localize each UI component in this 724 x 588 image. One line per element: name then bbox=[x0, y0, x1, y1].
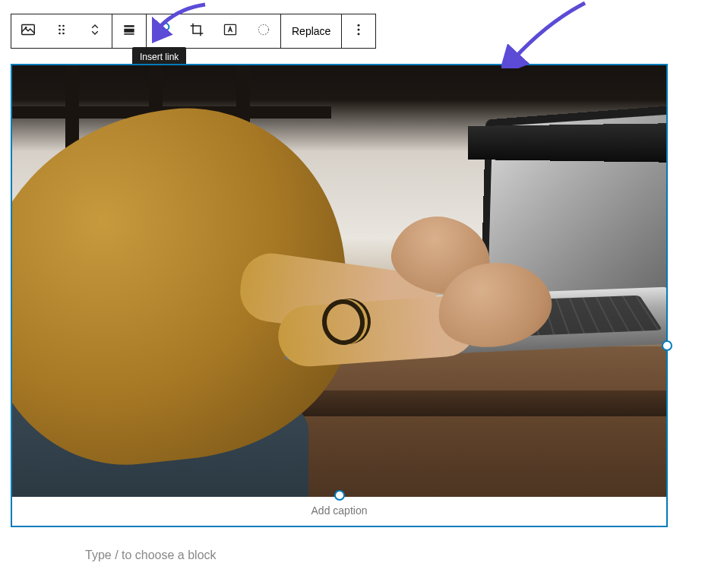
toolbar-group-align bbox=[112, 14, 147, 48]
svg-point-2 bbox=[58, 25, 61, 27]
resize-handle-bottom[interactable] bbox=[334, 490, 345, 501]
more-options-icon bbox=[351, 22, 366, 40]
move-updown-button[interactable] bbox=[78, 14, 112, 48]
svg-point-13 bbox=[358, 24, 360, 27]
image-block[interactable]: Add caption bbox=[11, 64, 668, 527]
annotation-arrow-left bbox=[152, 0, 213, 46]
toolbar-group-more bbox=[342, 14, 375, 48]
photo-content bbox=[12, 65, 666, 497]
svg-point-3 bbox=[62, 25, 65, 27]
block-type-button[interactable] bbox=[11, 14, 45, 48]
svg-point-1 bbox=[25, 27, 27, 29]
svg-rect-10 bbox=[124, 33, 134, 35]
svg-point-7 bbox=[62, 33, 65, 35]
svg-point-12 bbox=[258, 24, 268, 34]
paragraph-block-placeholder[interactable]: Type / to choose a block bbox=[85, 548, 217, 562]
svg-point-4 bbox=[58, 29, 61, 31]
duotone-button[interactable] bbox=[247, 14, 280, 48]
svg-rect-9 bbox=[124, 29, 134, 33]
text-over-image-button[interactable] bbox=[213, 14, 247, 48]
toolbar-group-replace: Replace bbox=[281, 14, 342, 48]
move-updown-icon bbox=[88, 21, 102, 41]
replace-label: Replace bbox=[292, 25, 330, 37]
image-icon bbox=[20, 21, 36, 41]
resize-handle-right[interactable] bbox=[662, 340, 672, 351]
align-icon bbox=[122, 22, 137, 40]
svg-point-15 bbox=[358, 33, 360, 35]
drag-handle-button[interactable] bbox=[45, 14, 78, 48]
annotation-arrow-right bbox=[501, 0, 593, 68]
svg-point-14 bbox=[358, 29, 360, 31]
drag-handle-icon bbox=[54, 22, 69, 40]
svg-point-5 bbox=[62, 29, 65, 31]
svg-point-6 bbox=[58, 33, 61, 35]
align-button[interactable] bbox=[112, 14, 146, 48]
replace-button[interactable]: Replace bbox=[281, 14, 341, 48]
image-preview[interactable] bbox=[12, 65, 666, 497]
image-caption-input[interactable]: Add caption bbox=[12, 497, 666, 526]
duotone-icon bbox=[256, 22, 271, 40]
svg-rect-8 bbox=[124, 25, 134, 27]
toolbar-group-block bbox=[11, 14, 112, 48]
text-over-image-icon bbox=[223, 22, 238, 40]
more-options-button[interactable] bbox=[342, 14, 375, 48]
